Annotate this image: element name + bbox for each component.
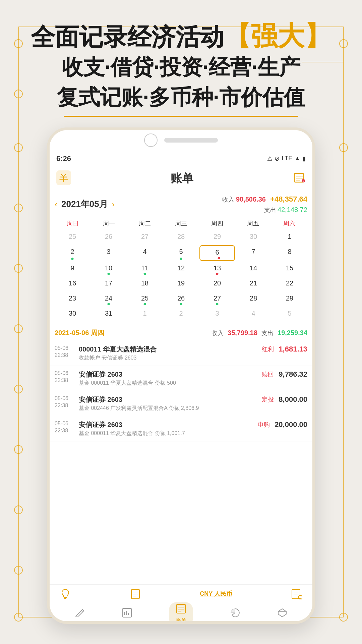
- app-title: 账单: [171, 171, 193, 186]
- cal-day-27[interactable]: 27: [127, 230, 163, 245]
- cal-day-23[interactable]: 23: [55, 292, 90, 306]
- bottom-nav: 账单: [50, 601, 312, 624]
- cal-day-21[interactable]: 21: [236, 277, 271, 291]
- cal-day-28[interactable]: 28: [163, 230, 199, 245]
- cal-day-5[interactable]: 5: [272, 307, 307, 321]
- cal-day-6[interactable]: 6: [199, 245, 235, 261]
- svg-point-11: [14, 385, 22, 393]
- txn-title: 000011 华夏大盘精选混合: [79, 345, 258, 354]
- search-icon[interactable]: [291, 588, 302, 599]
- cal-day-19[interactable]: 19: [163, 277, 199, 291]
- cal-day-30[interactable]: 30: [236, 230, 271, 245]
- txn-content: 000011 华夏大盘精选混合 收款帐户 安信证券 2603: [79, 345, 258, 362]
- notes-icon[interactable]: [130, 588, 141, 599]
- svg-point-18: [340, 613, 348, 621]
- signal-icon: ▲: [294, 155, 300, 162]
- calendar-nav: ‹ 2021年05月 › 收入 90,506.36 +48,357.64 支出: [55, 194, 307, 215]
- svg-point-14: [14, 566, 22, 574]
- cal-day-7[interactable]: 7: [236, 245, 271, 261]
- lightbulb-icon[interactable]: [60, 588, 71, 599]
- cal-day-14[interactable]: 14: [236, 262, 271, 276]
- svg-point-9: [14, 264, 22, 272]
- cal-day-17[interactable]: 17: [91, 277, 126, 291]
- nav-bills[interactable]: 账单: [169, 602, 193, 624]
- svg-point-13: [14, 506, 22, 514]
- txn-content: 安信证券 2603 基金 000011 华夏大盘精选混合 份额 500: [79, 370, 258, 387]
- cal-day-22[interactable]: 22: [272, 277, 307, 291]
- cal-day-18[interactable]: 18: [127, 277, 163, 291]
- phone-camera: [144, 133, 158, 147]
- svg-line-38: [81, 610, 82, 611]
- balance-value: +48,357.64: [270, 195, 307, 203]
- cal-day-26[interactable]: 26: [163, 292, 199, 306]
- transaction-item[interactable]: 05-0622:38 安信证券 2603 基金 000011 华夏大盘精选混合 …: [50, 366, 312, 391]
- edit-icon[interactable]: +: [293, 171, 306, 185]
- cal-day-10[interactable]: 10: [91, 262, 126, 276]
- cal-day-5[interactable]: 5: [163, 245, 199, 261]
- svg-text:+: +: [303, 179, 304, 182]
- cal-day-28[interactable]: 28: [236, 292, 271, 306]
- phone-mockup: 6:26 ⚠ ⊘ LTE ▲ ▮ 羊 账单: [47, 127, 315, 624]
- weekday-sun: 周日: [55, 218, 91, 229]
- bottom-toolbar: CNY 人民币: [50, 584, 312, 621]
- cal-day-20[interactable]: 20: [199, 277, 235, 291]
- txn-amount: 8,000.00: [279, 395, 307, 404]
- cal-day-1[interactable]: 1: [272, 230, 307, 245]
- txn-sub: 基金 000011 华夏大盘精选混合 份额 1,001.7: [79, 430, 254, 437]
- currency-selector[interactable]: CNY 人民币: [200, 590, 232, 598]
- cal-day-25[interactable]: 25: [127, 292, 163, 306]
- cal-day-30[interactable]: 30: [55, 307, 90, 321]
- day-stats: 收入 35,799.18 支出 19,259.34: [212, 329, 307, 337]
- txn-type: 申购: [258, 421, 270, 429]
- cal-day-31[interactable]: 31: [91, 307, 126, 321]
- cal-day-25[interactable]: 25: [55, 230, 90, 245]
- warning-icon: ⚠: [267, 155, 273, 162]
- day-expense-value: 19,259.34: [278, 329, 307, 337]
- cal-day-4[interactable]: 4: [127, 245, 163, 261]
- nav-pie[interactable]: [230, 607, 240, 621]
- transaction-item[interactable]: 05-0622:38 安信证券 2603 基金 000011 华夏大盘精选混合 …: [50, 416, 312, 441]
- prev-month-button[interactable]: ‹: [55, 200, 57, 209]
- bottom-icons-row: CNY 人民币: [50, 585, 312, 601]
- cal-day-2[interactable]: 2: [55, 245, 90, 261]
- cal-day-29[interactable]: 29: [199, 230, 235, 245]
- cal-day-24[interactable]: 24: [91, 292, 126, 306]
- transaction-item[interactable]: 05-0622:38 000011 华夏大盘精选混合 收款帐户 安信证券 260…: [50, 341, 312, 366]
- txn-time: 05-0622:38: [55, 370, 75, 384]
- cal-day-11[interactable]: 11: [127, 262, 163, 276]
- cal-day-1[interactable]: 1: [127, 307, 163, 321]
- cal-day-2[interactable]: 2: [163, 307, 199, 321]
- hero-line3: 复式记账·多币种·市价估值: [20, 83, 342, 113]
- cal-day-8[interactable]: 8: [272, 245, 307, 261]
- nav-diamond[interactable]: [277, 607, 288, 621]
- next-month-button[interactable]: ›: [112, 200, 115, 209]
- cal-day-15[interactable]: 15: [272, 262, 307, 276]
- cal-day-12[interactable]: 12: [163, 262, 199, 276]
- cal-day-3[interactable]: 3: [199, 307, 235, 321]
- nav-report[interactable]: [122, 607, 132, 621]
- weekday-wed: 周三: [163, 218, 199, 229]
- expense-value: 42,148.72: [278, 206, 307, 213]
- txn-title: 安信证券 2603: [79, 370, 258, 379]
- txn-type: 红利: [262, 345, 274, 353]
- currency-label[interactable]: CNY 人民币: [200, 590, 232, 598]
- cal-day-29[interactable]: 29: [272, 292, 307, 306]
- txn-type: 赎回: [262, 370, 274, 378]
- calendar-summary: 收入 90,506.36 +48,357.64 支出 42,148.72: [222, 194, 307, 215]
- cal-day-27[interactable]: 27: [199, 292, 235, 306]
- cal-day-13[interactable]: 13: [199, 262, 235, 276]
- cal-day-9[interactable]: 9: [55, 262, 90, 276]
- cal-day-16[interactable]: 16: [55, 277, 90, 291]
- calendar-section: ‹ 2021年05月 › 收入 90,506.36 +48,357.64 支出: [50, 190, 312, 325]
- svg-text:羊: 羊: [59, 173, 68, 183]
- cal-day-3[interactable]: 3: [91, 245, 126, 261]
- transaction-item[interactable]: 05-0622:38 安信证券 2603 基金 002446 广发利鑫灵活配置混…: [50, 391, 312, 416]
- weekday-thu: 周四: [199, 218, 235, 229]
- svg-rect-43: [177, 604, 185, 613]
- transaction-list: 05-0622:38 000011 华夏大盘精选混合 收款帐户 安信证券 260…: [50, 341, 312, 441]
- cal-day-4[interactable]: 4: [236, 307, 271, 321]
- cal-day-26[interactable]: 26: [91, 230, 126, 245]
- nav-edit[interactable]: [74, 607, 85, 621]
- day-income-label: 收入: [212, 329, 224, 337]
- nav-report-icon: [122, 607, 132, 621]
